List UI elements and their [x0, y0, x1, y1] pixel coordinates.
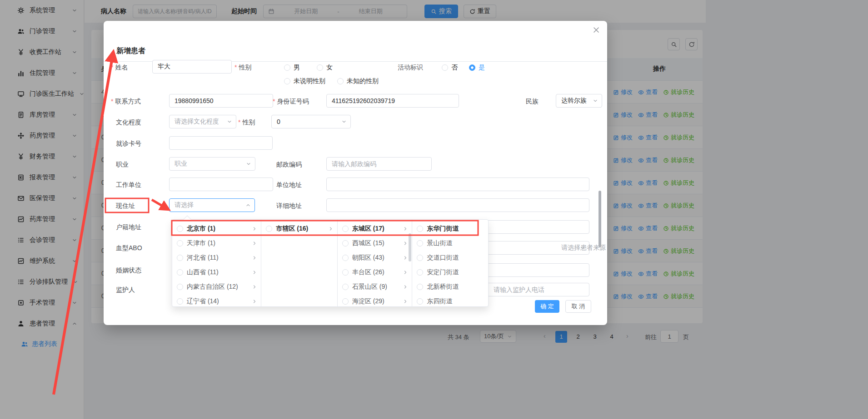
- cascader-option-label: 海淀区 (29): [352, 297, 399, 306]
- cascader-option-label: 东华门街道: [427, 225, 484, 233]
- cascader-option-label: 景山街道: [427, 239, 484, 247]
- chev-right-icon: [403, 270, 408, 275]
- cascader-scrollbar[interactable]: [409, 233, 411, 261]
- gender-radio-female[interactable]: 女: [317, 64, 333, 72]
- radio-circle-icon: [342, 240, 349, 246]
- cascader-option[interactable]: 内蒙古自治区 (12): [172, 280, 261, 294]
- cascader-option[interactable]: 景山街道: [412, 236, 488, 251]
- blood-type-label: 血型ABO: [116, 244, 142, 252]
- cascader-option-label: 东四街道: [427, 297, 484, 306]
- chevron-down-icon: [580, 245, 585, 251]
- marital-label: 婚姻状态: [116, 266, 141, 275]
- guardian-label: 监护人: [116, 286, 135, 294]
- current-address-placeholder: 请选择: [175, 201, 194, 209]
- active-flag-label: 活动标识: [398, 64, 423, 72]
- gender-code-label: *性别: [238, 118, 255, 127]
- gender-code-select[interactable]: 0: [271, 115, 351, 128]
- radio-circle-icon: [417, 240, 423, 246]
- cancel-button[interactable]: 取 消: [565, 300, 591, 313]
- cascader-column-4: 东华门街道景山街道交道口街道安定门街道北新桥街道东四街道: [412, 220, 488, 306]
- radio-circle-icon: [177, 226, 183, 232]
- cascader-option-label: 市辖区 (16): [276, 225, 324, 233]
- cascader-option-label: 内蒙古自治区 (12): [187, 283, 248, 291]
- employer-address-label: 单位地址: [276, 181, 302, 189]
- ethnic-value: 达斡尔族: [561, 97, 587, 105]
- chev-right-icon: [403, 284, 408, 290]
- education-placeholder: 请选择文化程度: [175, 118, 219, 126]
- modal-scrollbar[interactable]: [599, 191, 601, 247]
- occupation-select[interactable]: 职业: [169, 157, 255, 171]
- radio-circle-icon: [177, 240, 183, 246]
- cascader-option-label: 河北省 (11): [187, 254, 248, 262]
- close-icon[interactable]: [593, 26, 600, 34]
- card-no-input[interactable]: [169, 136, 273, 150]
- cascader-option[interactable]: 安定门街道: [412, 265, 488, 280]
- cascader-option[interactable]: 北新桥街道: [412, 280, 488, 294]
- ethnic-select[interactable]: 达斡尔族: [556, 94, 602, 108]
- employer-address-input[interactable]: [326, 177, 589, 191]
- chev-right-icon: [252, 284, 257, 290]
- cascader-option[interactable]: 西城区 (15): [338, 236, 412, 251]
- cascader-option[interactable]: 石景山区 (9): [338, 280, 412, 294]
- chev-right-icon: [403, 299, 408, 304]
- cascader-option[interactable]: 东城区 (17): [338, 222, 412, 236]
- chev-right-icon: [252, 299, 257, 304]
- id-card-input[interactable]: [326, 94, 459, 108]
- cascader-option-label: 交道口街道: [427, 254, 484, 262]
- cascader-option-label: 北京市 (1): [187, 225, 248, 233]
- gender-radio-unstated[interactable]: 未说明性别: [284, 77, 325, 85]
- chevron-down-icon: [341, 119, 347, 124]
- detail-address-input[interactable]: [326, 198, 589, 212]
- education-select[interactable]: 请选择文化程度: [169, 115, 236, 128]
- contact-input[interactable]: [169, 94, 273, 108]
- card-no-label: 就诊卡号: [116, 140, 141, 148]
- name-input[interactable]: [152, 60, 232, 74]
- active-flag-radio-yes[interactable]: 是: [469, 64, 485, 72]
- occupation-placeholder: 职业: [175, 160, 187, 168]
- chev-right-icon: [252, 226, 257, 232]
- chevron-down-icon: [227, 119, 232, 124]
- cascader-option[interactable]: 河北省 (11): [172, 251, 261, 265]
- active-flag-radio-no[interactable]: 否: [442, 64, 458, 72]
- cascader-column-2: 市辖区 (16): [261, 220, 338, 306]
- chev-right-icon: [252, 255, 257, 261]
- radio-circle-icon: [417, 269, 423, 276]
- employer-input[interactable]: [169, 177, 273, 191]
- cascader-option-label: 石景山区 (9): [352, 283, 399, 291]
- cascader-option[interactable]: 市辖区 (16): [261, 222, 337, 236]
- cascader-column-3: 东城区 (17)西城区 (15)朝阳区 (43)丰台区 (26)石景山区 (9)…: [338, 220, 413, 306]
- chev-right-icon: [252, 270, 257, 275]
- cascader-option[interactable]: 海淀区 (29): [338, 294, 412, 307]
- contact-label: *联系方式: [111, 98, 140, 106]
- cascader-option[interactable]: 山西省 (11): [172, 265, 261, 280]
- cascader-option[interactable]: 交道口街道: [412, 251, 488, 265]
- cascader-option[interactable]: 东四街道: [412, 294, 488, 307]
- postal-input[interactable]: [326, 157, 432, 171]
- employer-label: 工作单位: [116, 181, 141, 189]
- cascader-option-label: 安定门街道: [427, 268, 484, 276]
- cascader-option-label: 天津市 (1): [187, 239, 248, 247]
- cascader-option[interactable]: 北京市 (1): [172, 222, 261, 236]
- cascader-option[interactable]: 朝阳区 (43): [338, 251, 412, 265]
- chev-right-icon: [403, 226, 408, 232]
- current-address-select[interactable]: 请选择: [169, 198, 255, 212]
- cascader-option[interactable]: 东华门街道: [412, 222, 488, 236]
- cascader-option[interactable]: 辽宁省 (14): [172, 294, 261, 307]
- radio-circle-icon: [177, 284, 183, 290]
- detail-address-label: 详细地址: [276, 202, 302, 210]
- confirm-button[interactable]: 确 定: [535, 300, 559, 313]
- chevron-down-icon: [246, 161, 251, 167]
- radio-circle-icon: [266, 226, 272, 232]
- gender-radio-unknown[interactable]: 未知的性别: [337, 77, 379, 85]
- registered-address-label: 户籍地址: [116, 223, 141, 232]
- cascader-option[interactable]: 天津市 (1): [172, 236, 261, 251]
- ethnic-label: 民族: [526, 98, 539, 106]
- radio-circle-icon: [342, 269, 349, 276]
- radio-circle-icon: [177, 269, 183, 276]
- chev-right-icon: [403, 241, 408, 246]
- cascader-option-label: 西城区 (15): [352, 239, 399, 247]
- cascader-option[interactable]: 丰台区 (26): [338, 265, 412, 280]
- cascader-option-label: 丰台区 (26): [352, 268, 399, 276]
- gender-radio-male[interactable]: 男: [284, 64, 300, 72]
- gender-code-value: 0: [277, 118, 280, 125]
